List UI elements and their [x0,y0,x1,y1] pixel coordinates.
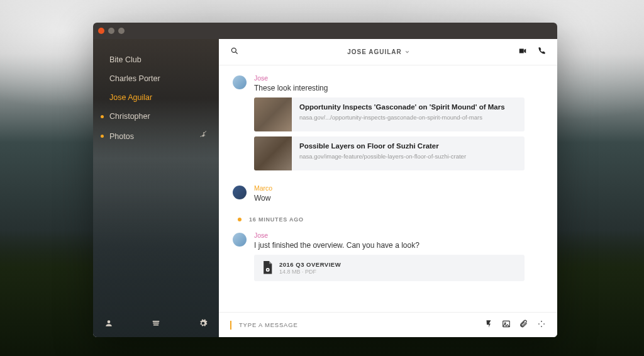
svg-point-8 [543,323,545,325]
svg-point-4 [504,322,506,323]
message: Jose I just finished the overview. Can y… [233,231,543,281]
chat-title-text: JOSE AGUILAR [347,48,402,55]
avatar[interactable] [233,75,247,89]
message-text: These look interesting [254,84,543,92]
message-text: I just finished the overview. Can you ha… [254,241,543,250]
minimize-button[interactable] [108,28,114,34]
muted-icon [199,131,208,142]
unread-dot-icon [101,135,104,138]
svg-point-5 [541,321,542,322]
more-icon[interactable] [537,320,546,331]
chat-header: JOSE AGUILAR [219,39,557,65]
titlebar [93,23,557,39]
video-call-icon[interactable] [518,47,527,58]
link-thumbnail [254,136,292,170]
link-preview[interactable]: Opportunity Inspects 'Gasconade' on 'Spi… [254,97,525,131]
timer-icon[interactable] [484,320,493,331]
unread-dot-icon [101,115,104,118]
message: Jose These look interesting Opportunity … [233,74,543,175]
composer-cursor-icon [230,321,231,330]
sidebar: Bite Club Charles Porter Jose Aguilar Ch… [93,39,219,337]
sidebar-item-jose-aguilar[interactable]: Jose Aguilar [93,88,219,107]
close-button[interactable] [98,28,104,34]
voice-call-icon[interactable] [537,47,546,58]
archive-icon[interactable] [152,319,160,330]
separator-dot-icon [238,218,242,221]
avatar[interactable] [233,233,247,247]
contact-label: Charles Porter [109,74,160,83]
time-separator: 16 MINUTES AGO [233,216,543,223]
svg-point-7 [538,323,540,325]
link-preview[interactable]: Possible Layers on Floor of Suzhi Crater… [254,136,525,170]
image-icon[interactable] [502,320,511,331]
link-title: Opportunity Inspects 'Gasconade' on 'Spi… [299,103,518,112]
contact-label: Jose Aguilar [109,93,152,102]
settings-icon[interactable] [199,319,208,330]
sender-name: Jose [254,231,543,239]
composer [219,312,557,337]
message: Marco Wow [233,184,543,208]
contact-label: Bite Club [109,55,142,64]
file-icon [262,261,273,275]
contact-label: Christopher [109,112,150,121]
chat-title[interactable]: JOSE AGUILAR [239,48,518,55]
link-title: Possible Layers on Floor of Suzhi Crater [299,142,518,151]
avatar[interactable] [233,186,247,199]
search-icon[interactable] [230,47,239,58]
svg-point-6 [541,326,542,327]
svg-point-2 [267,269,269,270]
profile-icon[interactable] [104,319,113,330]
chevron-down-icon [404,49,410,55]
sender-name: Marco [254,184,543,192]
sidebar-item-photos[interactable]: Photos [93,126,219,147]
message-text: Wow [254,194,543,203]
message-input[interactable] [239,321,477,328]
maximize-button[interactable] [118,28,125,34]
file-attachment[interactable]: 2016 Q3 OVERVIEW 14.8 MB · PDF [254,255,525,281]
svg-point-0 [231,48,236,52]
sender-name: Jose [254,74,543,82]
contact-label: Photos [109,132,134,141]
message-list: Jose These look interesting Opportunity … [219,65,557,312]
main-panel: JOSE AGUILAR Jose The [219,39,557,337]
sidebar-footer [93,312,219,337]
sidebar-item-christopher[interactable]: Christopher [93,107,219,126]
separator-text: 16 MINUTES AGO [249,216,304,223]
link-url: nasa.gov/.../opportunity-inspects-gascon… [299,114,518,121]
file-name: 2016 Q3 OVERVIEW [279,261,341,268]
attachment-icon[interactable] [519,320,528,331]
sidebar-item-charles-porter[interactable]: Charles Porter [93,69,219,88]
link-url: nasa.gov/image-feature/possible-layers-o… [299,153,518,160]
link-thumbnail [254,97,292,131]
contact-list: Bite Club Charles Porter Jose Aguilar Ch… [93,39,219,312]
app-window: Bite Club Charles Porter Jose Aguilar Ch… [93,23,557,337]
file-meta: 14.8 MB · PDF [279,269,341,275]
sidebar-item-bite-club[interactable]: Bite Club [93,50,219,69]
